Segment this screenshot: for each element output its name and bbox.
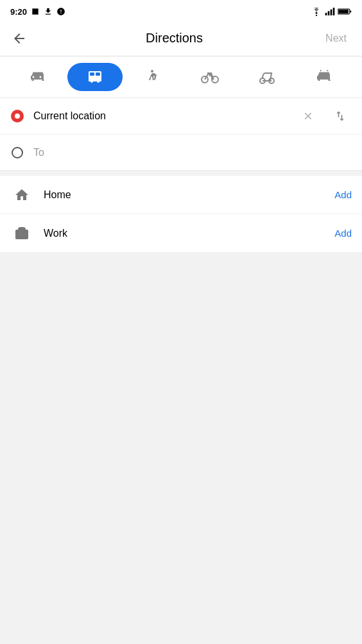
from-location-row[interactable]: Current location [0,98,362,134]
svg-point-1 [316,15,317,16]
to-location-icon [10,146,24,160]
svg-rect-7 [350,10,351,12]
status-bar: 9:20 [0,0,362,21]
walk-icon [146,69,159,85]
svg-point-21 [319,77,321,79]
to-location-text: To [33,147,352,158]
download-icon [44,7,53,16]
saved-places-section: Home Add Work Add [0,176,362,253]
home-place-row[interactable]: Home Add [0,176,362,214]
home-svg [14,187,30,203]
svg-rect-3 [328,11,330,15]
notification-icon [56,7,65,16]
close-icon [302,110,314,122]
tab-transit[interactable] [67,63,122,91]
wifi-icon [311,7,322,16]
swap-icon [334,110,347,123]
svg-rect-8 [338,10,349,13]
home-icon [10,183,33,207]
car-icon [29,70,47,84]
from-location-text: Current location [33,110,288,122]
signal-icon [325,7,335,16]
work-place-row[interactable]: Work Add [0,214,362,253]
svg-rect-4 [331,10,332,15]
back-button[interactable] [8,27,31,50]
svg-rect-15 [89,80,101,81]
transport-tabs [0,56,362,98]
work-svg [14,226,30,241]
work-add-button[interactable]: Add [334,228,352,239]
tab-ride[interactable] [297,63,352,91]
stop-icon [31,7,40,16]
scooter-icon [258,70,276,84]
tab-bicycle[interactable] [182,63,237,91]
tab-scooter[interactable] [239,63,294,91]
time: 9:20 [10,7,27,17]
location-section: Current location To [0,98,362,171]
home-label: Home [44,189,324,201]
clear-location-button[interactable] [297,105,320,128]
bus-icon [87,69,103,85]
swap-directions-button[interactable] [329,105,352,128]
ride-icon [315,70,333,84]
work-icon [10,222,33,245]
svg-point-22 [328,77,330,79]
status-icons [311,7,352,16]
current-location-icon [10,109,24,123]
home-add-button[interactable]: Add [334,189,352,200]
battery-icon [338,8,352,15]
work-label: Work [44,228,324,239]
svg-rect-11 [90,72,94,76]
tab-walk[interactable] [125,63,180,91]
svg-rect-12 [96,72,100,76]
next-button[interactable]: Next [318,28,354,49]
header: Directions Next [0,21,362,56]
tab-car[interactable] [10,63,65,91]
svg-point-16 [151,70,153,72]
bicycle-icon [201,70,219,84]
svg-rect-0 [32,8,38,14]
to-location-row[interactable]: To [0,134,362,170]
page-title: Directions [31,31,318,46]
back-icon [12,31,27,46]
svg-rect-2 [325,13,327,15]
svg-rect-5 [333,8,335,15]
